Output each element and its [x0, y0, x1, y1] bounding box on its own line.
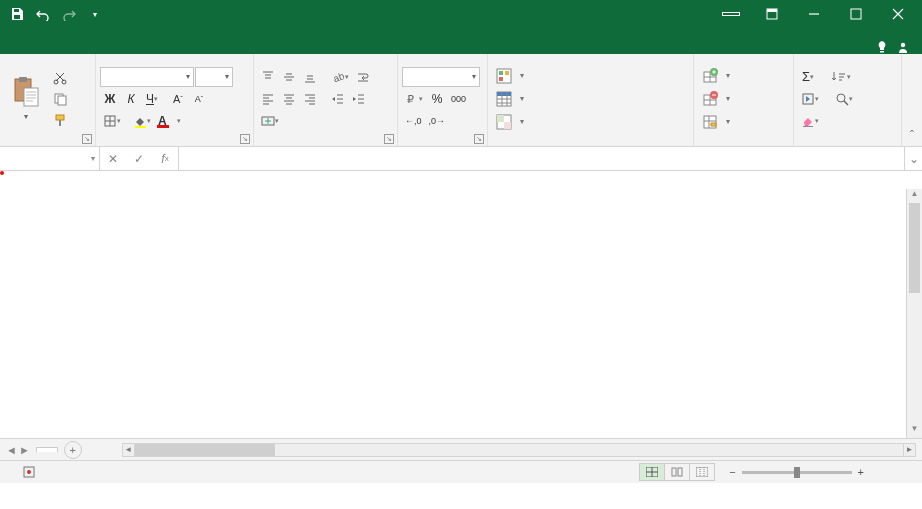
tab-file[interactable] — [0, 44, 20, 54]
cell-styles-button[interactable]: ▾ — [492, 111, 689, 133]
enter-formula-icon[interactable]: ✓ — [126, 147, 152, 170]
svg-rect-45 — [678, 468, 682, 476]
borders-button[interactable]: ▾ — [100, 111, 124, 131]
fill-color-button[interactable]: ▾ — [130, 111, 154, 131]
formula-input[interactable] — [179, 147, 904, 170]
percent-format-icon[interactable]: % — [427, 89, 447, 109]
sort-filter-button[interactable]: ▾ — [828, 67, 854, 87]
alignment-dialog-icon[interactable]: ↘ — [384, 134, 394, 144]
find-select-button[interactable]: ▾ — [832, 89, 856, 109]
svg-rect-46 — [696, 467, 708, 477]
decrease-decimal-icon[interactable]: ,0→ — [426, 111, 449, 131]
group-label-cells — [694, 143, 793, 146]
qat-customize-icon[interactable]: ▾ — [84, 3, 106, 25]
paste-button[interactable]: ▾ — [4, 74, 48, 123]
increase-decimal-icon[interactable]: ←,0 — [402, 111, 425, 131]
group-editing: Σ▾ ▾ ▾ ▾ ▾ — [794, 54, 902, 146]
accounting-format-icon[interactable]: ₽▾ — [402, 89, 426, 109]
increase-font-icon[interactable]: Aˆ — [168, 89, 188, 109]
align-top-icon[interactable] — [258, 67, 278, 87]
decrease-indent-icon[interactable] — [328, 89, 348, 109]
worksheet-grid[interactable]: ▲ ▼ — [0, 171, 922, 439]
sheet-nav-prev-icon[interactable]: ◄ — [6, 444, 17, 456]
italic-button[interactable]: К — [121, 89, 141, 109]
save-icon[interactable] — [6, 3, 28, 25]
increase-indent-icon[interactable] — [349, 89, 369, 109]
copy-icon[interactable] — [50, 89, 70, 109]
sheet-tab-bar: ◄ ► + ◄► — [0, 439, 922, 461]
zoom-in-button[interactable]: + — [858, 466, 864, 478]
sheet-nav-next-icon[interactable]: ► — [19, 444, 30, 456]
format-as-table-button[interactable]: ▾ — [492, 88, 689, 110]
sign-in-button[interactable] — [722, 12, 740, 16]
name-box[interactable] — [0, 147, 100, 170]
number-format-select[interactable] — [402, 67, 480, 87]
zoom-controls: − + — [729, 466, 914, 478]
clipboard-dialog-icon[interactable]: ↘ — [82, 134, 92, 144]
share-button[interactable] — [897, 41, 912, 53]
align-middle-icon[interactable] — [279, 67, 299, 87]
insert-cells-button[interactable]: ▾ — [698, 65, 789, 87]
number-dialog-icon[interactable]: ↘ — [474, 134, 484, 144]
format-cells-button[interactable]: ▾ — [698, 111, 789, 133]
group-alignment: ab▾ ▾ ↘ — [254, 54, 398, 146]
view-page-break-icon[interactable] — [689, 463, 715, 481]
bold-button[interactable]: Ж — [100, 89, 120, 109]
font-name-select[interactable] — [100, 67, 194, 87]
tell-me-button[interactable] — [876, 40, 891, 54]
clear-button[interactable]: ▾ — [798, 111, 822, 131]
close-button[interactable] — [878, 0, 918, 28]
svg-rect-14 — [59, 120, 61, 126]
minimize-button[interactable] — [794, 0, 834, 28]
align-left-icon[interactable] — [258, 89, 278, 109]
new-sheet-button[interactable]: + — [64, 441, 82, 459]
horizontal-scrollbar[interactable]: ◄► — [122, 443, 916, 457]
svg-rect-25 — [505, 71, 509, 75]
cancel-formula-icon[interactable]: ✕ — [100, 147, 126, 170]
font-dialog-icon[interactable]: ↘ — [240, 134, 250, 144]
align-center-icon[interactable] — [279, 89, 299, 109]
delete-cells-button[interactable]: ▾ — [698, 88, 789, 110]
decrease-font-icon[interactable]: Aˇ — [189, 89, 209, 109]
svg-text:ab: ab — [332, 70, 345, 84]
autosum-button[interactable]: Σ▾ — [798, 67, 818, 87]
undo-icon[interactable] — [32, 3, 54, 25]
group-number: ₽▾ % 000 ←,0 ,0→ ↘ — [398, 54, 488, 146]
font-color-button[interactable]: A▾ — [155, 111, 184, 131]
redo-icon[interactable] — [58, 3, 80, 25]
svg-rect-31 — [504, 122, 511, 129]
group-cells: ▾ ▾ ▾ — [694, 54, 794, 146]
svg-rect-26 — [499, 77, 503, 81]
ribbon-options-icon[interactable] — [752, 0, 792, 28]
vertical-scrollbar[interactable]: ▲ ▼ — [906, 189, 922, 438]
comma-format-icon[interactable]: 000 — [448, 89, 469, 109]
cut-icon[interactable] — [50, 68, 70, 88]
zoom-slider[interactable] — [742, 471, 852, 474]
svg-rect-13 — [56, 115, 64, 120]
font-size-select[interactable] — [195, 67, 233, 87]
view-normal-icon[interactable] — [639, 463, 665, 481]
svg-line-39 — [844, 101, 848, 105]
collapse-ribbon-icon[interactable]: ˆ — [902, 54, 922, 146]
align-right-icon[interactable] — [300, 89, 320, 109]
align-bottom-icon[interactable] — [300, 67, 320, 87]
merge-center-button[interactable]: ▾ — [258, 111, 282, 131]
fx-icon[interactable]: fx — [152, 147, 178, 170]
underline-button[interactable]: Ч▾ — [142, 89, 162, 109]
svg-point-38 — [837, 94, 845, 102]
group-clipboard: ▾ ↘ — [0, 54, 96, 146]
svg-point-42 — [27, 470, 31, 474]
conditional-formatting-button[interactable]: ▾ — [492, 65, 689, 87]
zoom-out-button[interactable]: − — [729, 466, 735, 478]
maximize-button[interactable] — [836, 0, 876, 28]
svg-text:₽: ₽ — [407, 93, 414, 105]
orientation-icon[interactable]: ab▾ — [328, 67, 352, 87]
fill-button[interactable]: ▾ — [798, 89, 822, 109]
svg-point-5 — [901, 43, 905, 47]
record-macro-icon[interactable] — [22, 465, 36, 479]
view-page-layout-icon[interactable] — [664, 463, 690, 481]
wrap-text-icon[interactable] — [353, 67, 373, 87]
format-painter-icon[interactable] — [50, 110, 70, 130]
sheet-tab-active[interactable] — [36, 447, 58, 452]
expand-formula-bar-icon[interactable]: ⌄ — [904, 147, 922, 170]
